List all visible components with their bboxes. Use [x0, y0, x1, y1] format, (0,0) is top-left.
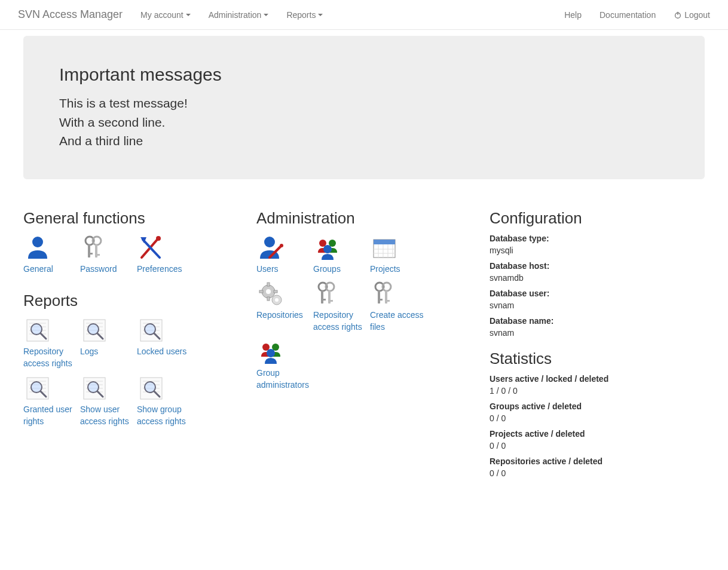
user-icon[interactable] — [23, 234, 52, 262]
config-label: Database type: — [490, 234, 705, 243]
reports-item: Granted user rights — [23, 374, 80, 427]
groups-icon[interactable] — [313, 234, 342, 262]
stats-value: 0 / 0 — [490, 441, 705, 451]
admin-link[interactable]: Group administrators — [256, 367, 313, 391]
config-column: Configuration Database type:mysqliDataba… — [490, 197, 705, 483]
search-icon[interactable] — [23, 374, 52, 403]
reports-link[interactable]: Locked users — [137, 346, 186, 358]
admin-item: Groups — [313, 234, 370, 275]
admin-link[interactable]: Repository access rights — [313, 309, 370, 333]
stats-heading: Statistics — [490, 350, 705, 368]
reports-link[interactable]: Granted user rights — [23, 404, 80, 427]
reports-item: Show group access rights — [137, 374, 194, 427]
search-icon[interactable] — [137, 316, 166, 345]
message-line: This is a test message! — [59, 94, 669, 113]
reports-link[interactable]: Repository access rights — [23, 346, 80, 369]
search-icon[interactable] — [23, 316, 52, 345]
nav-docs[interactable]: Documentation — [591, 10, 665, 20]
config-value: mysqli — [490, 246, 705, 255]
search-icon[interactable] — [137, 374, 166, 403]
gears-icon[interactable] — [256, 280, 285, 308]
power-icon — [674, 11, 682, 19]
calendar-icon[interactable] — [370, 234, 399, 262]
nav-logout[interactable]: Logout — [665, 10, 719, 20]
logout-label: Logout — [684, 10, 710, 20]
general-link[interactable]: General — [23, 263, 53, 275]
general-column: General functions GeneralPasswordPrefere… — [23, 197, 238, 433]
config-value: svnam — [490, 301, 705, 310]
general-item: General — [23, 234, 80, 275]
config-value: svnam — [490, 328, 705, 338]
general-item: Preferences — [137, 234, 194, 275]
brand[interactable]: SVN Access Manager — [9, 8, 131, 21]
user-tool-icon[interactable] — [256, 234, 285, 262]
admin-link[interactable]: Projects — [370, 263, 400, 275]
general-heading: General functions — [23, 209, 238, 228]
reports-link[interactable]: Show user access rights — [80, 404, 137, 427]
reports-item: Show user access rights — [80, 374, 137, 427]
reports-item: Locked users — [137, 316, 194, 369]
admin-item: Repository access rights — [313, 280, 370, 333]
reports-item: Logs — [80, 316, 137, 369]
admin-link[interactable]: Users — [256, 263, 279, 275]
caret-icon — [318, 14, 323, 16]
config-label: Database name: — [490, 316, 705, 326]
keys-icon[interactable] — [80, 234, 109, 262]
stats-label: Users active / locked / deleted — [490, 374, 705, 384]
general-link[interactable]: Preferences — [137, 263, 182, 275]
stats-label: Groups active / deleted — [490, 402, 705, 411]
admin-column: Administration UsersGroupsProjectsReposi… — [256, 197, 472, 396]
nav-help[interactable]: Help — [555, 10, 591, 20]
stats-value: 0 / 0 — [490, 468, 705, 478]
keys-icon[interactable] — [313, 280, 342, 308]
keys-icon[interactable] — [370, 280, 399, 308]
message-line: With a second line. — [59, 113, 669, 132]
groups-icon[interactable] — [256, 338, 285, 366]
general-link[interactable]: Password — [80, 263, 117, 275]
reports-item: Repository access rights — [23, 316, 80, 369]
admin-link[interactable]: Groups — [313, 263, 341, 275]
nav-my-account[interactable]: My account — [131, 10, 200, 20]
general-item: Password — [80, 234, 137, 275]
message-line: And a third line — [59, 131, 669, 151]
nav-label: My account — [140, 10, 183, 20]
admin-item: Projects — [370, 234, 427, 275]
search-icon[interactable] — [80, 316, 109, 345]
admin-link[interactable]: Repositories — [256, 309, 303, 321]
reports-heading: Reports — [23, 292, 238, 310]
stats-label: Projects active / deleted — [490, 429, 705, 439]
tools-icon[interactable] — [137, 234, 166, 262]
stats-value: 0 / 0 — [490, 413, 705, 423]
nav-label: Administration — [209, 10, 262, 20]
navbar: SVN Access Manager My account Administra… — [0, 0, 728, 30]
admin-item: Group administrators — [256, 338, 313, 391]
caret-icon — [186, 14, 191, 16]
admin-item: Create access files — [370, 280, 427, 333]
admin-link[interactable]: Create access files — [370, 309, 427, 333]
admin-item: Users — [256, 234, 313, 275]
search-icon[interactable] — [80, 374, 109, 403]
nav-label: Reports — [286, 10, 316, 20]
reports-link[interactable]: Show group access rights — [137, 404, 194, 427]
reports-link[interactable]: Logs — [80, 346, 98, 358]
config-label: Database host: — [490, 261, 705, 271]
config-label: Database user: — [490, 289, 705, 298]
config-heading: Configuration — [490, 209, 705, 228]
nav-administration[interactable]: Administration — [200, 10, 278, 20]
messages-title: Important messages — [59, 65, 669, 85]
messages-panel: Important messages This is a test messag… — [23, 36, 705, 179]
stats-label: Repositories active / deleted — [490, 456, 705, 466]
admin-heading: Administration — [256, 209, 472, 228]
caret-icon — [264, 14, 268, 16]
nav-reports[interactable]: Reports — [277, 10, 332, 20]
config-value: svnamdb — [490, 273, 705, 283]
stats-value: 1 / 0 / 0 — [490, 386, 705, 396]
admin-item: Repositories — [256, 280, 313, 333]
